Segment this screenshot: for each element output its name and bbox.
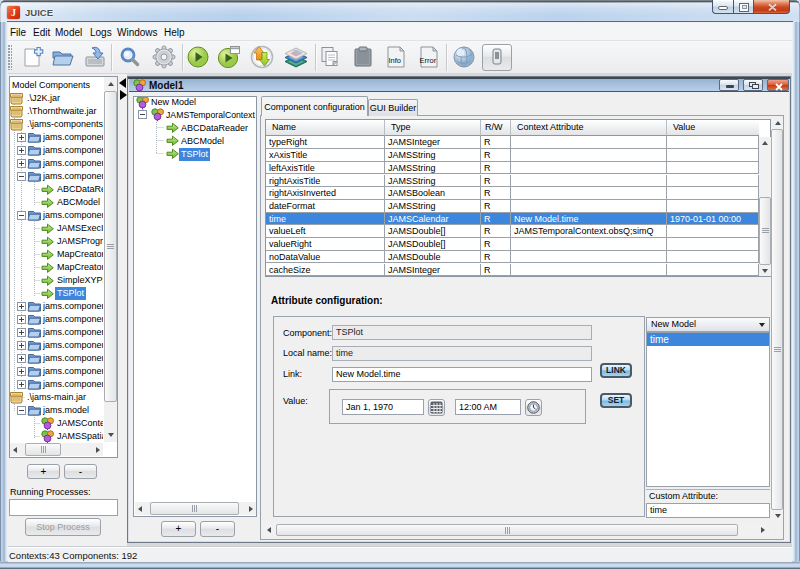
svg-text:Info: Info	[389, 56, 402, 65]
svg-text:Error: Error	[420, 56, 437, 65]
